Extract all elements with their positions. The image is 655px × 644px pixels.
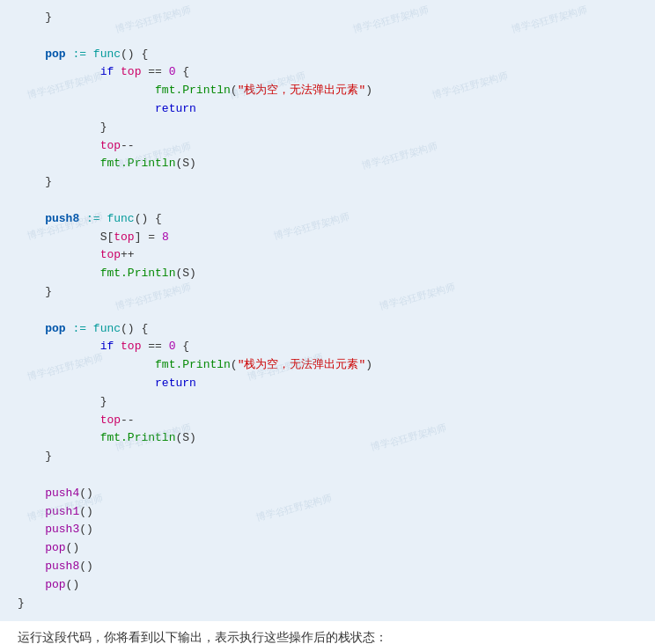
description-text: 运行这段代码，你将看到以下输出，表示执行这些操作后的栈状态： xyxy=(0,621,655,644)
page-container: 博学谷狂野架构师 博学谷狂野架构师 博学谷狂野架构师 博学谷狂野架构师 博学谷狂… xyxy=(0,0,655,644)
code-content: } pop := func() { if top == 0 { fmt.Prin… xyxy=(18,9,637,612)
code-block: 博学谷狂野架构师 博学谷狂野架构师 博学谷狂野架构师 博学谷狂野架构师 博学谷狂… xyxy=(0,0,655,621)
description-label: 运行这段代码，你将看到以下输出，表示执行这些操作后的栈状态： xyxy=(18,630,387,644)
